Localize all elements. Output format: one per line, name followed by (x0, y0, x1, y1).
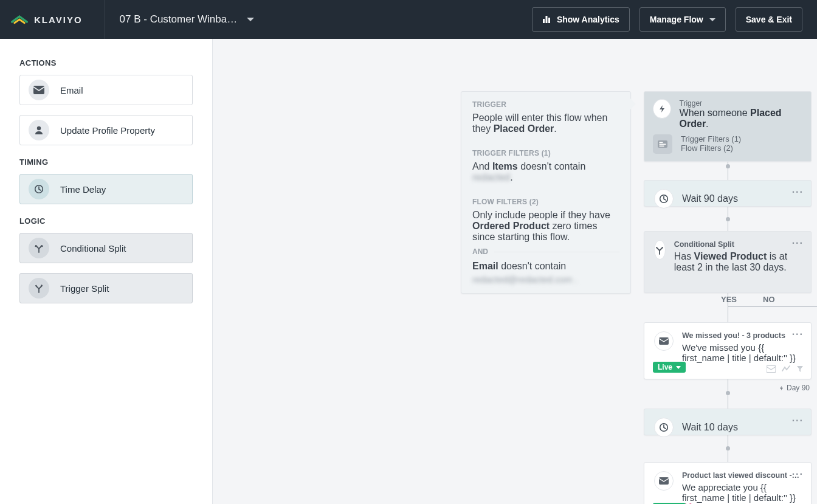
more-menu[interactable]: ··· (792, 415, 804, 426)
trigger-node[interactable]: Trigger When someone Placed Order. Trigg… (644, 91, 812, 162)
trigger-split-icon (29, 278, 49, 299)
svg-rect-15 (659, 477, 669, 485)
section-title-actions: ACTIONS (19, 58, 193, 67)
more-menu[interactable]: ··· (792, 187, 804, 198)
card-mini-icons (767, 365, 804, 373)
email-title: Product last viewed discount - 3 produc… (682, 471, 801, 480)
svg-rect-2 (548, 18, 550, 23)
palette-label: Update Profile Property (60, 125, 155, 136)
klaviyo-logo-icon (11, 13, 28, 26)
filter-icon[interactable] (796, 365, 804, 373)
wait-text: Wait 90 days (682, 193, 738, 204)
and-divider: AND (472, 247, 619, 256)
node-description: Has Viewed Product is at least 2 in the … (674, 251, 801, 273)
email-icon (654, 331, 674, 351)
preview-icon[interactable] (767, 365, 776, 373)
flow-filters-count: Flow Filters (2) (681, 143, 741, 153)
tooltip-tf-body: And Items doesn't contain redacted. (472, 161, 619, 183)
palette-label: Trigger Split (60, 283, 109, 294)
popover-notch (630, 98, 636, 110)
node-title: Conditional Split (674, 240, 801, 249)
palette-label: Time Delay (60, 184, 106, 195)
connector-dot (726, 164, 730, 168)
manage-flow-button[interactable]: Manage Flow (639, 7, 726, 32)
palette-label: Email (60, 85, 83, 95)
svg-point-4 (37, 126, 41, 130)
node-description: When someone Placed Order. (680, 108, 802, 129)
svg-rect-9 (660, 144, 666, 145)
show-analytics-button[interactable]: Show Analytics (532, 7, 630, 32)
filters-icon (653, 134, 672, 154)
analytics-icon[interactable] (782, 365, 790, 373)
split-icon (654, 240, 666, 260)
brand-name: KLAVIYO (34, 15, 83, 25)
email-node-yes-1[interactable]: We missed you! - 3 products We've missed… (644, 322, 812, 379)
chevron-down-icon (709, 18, 715, 21)
trigger-details-popover: TRIGGER People will enter this flow when… (461, 91, 631, 294)
section-title-logic: LOGIC (19, 216, 193, 226)
svg-rect-8 (660, 142, 663, 143)
svg-rect-1 (545, 16, 547, 23)
time-delay-node-90[interactable]: Wait 90 days ··· (644, 180, 812, 207)
email-subject: We appreciate you {{ first_name | title … (682, 482, 801, 504)
svg-rect-0 (543, 19, 545, 23)
email-icon (654, 471, 674, 491)
app-header: KLAVIYO 07 B - Customer Winba… Show Anal… (0, 0, 817, 39)
svg-rect-13 (767, 365, 776, 372)
palette-item-conditional-split[interactable]: Conditional Split (19, 233, 193, 263)
svg-rect-3 (33, 86, 44, 94)
palette-item-time-delay[interactable]: Time Delay (19, 174, 193, 204)
tooltip-ff2-body: Email doesn't contain (472, 261, 619, 272)
user-icon (29, 120, 49, 140)
wait-text: Wait 10 days (682, 422, 738, 433)
flow-canvas[interactable]: YES NO TRIGGER People will enter this fl… (213, 39, 817, 504)
conditional-split-node[interactable]: Conditional Split Has Viewed Product is … (644, 231, 812, 293)
tooltip-trigger-body: People will enter this flow when they Pl… (472, 112, 619, 134)
tooltip-section-title: TRIGGER FILTERS (1) (472, 149, 619, 157)
connector-dot (726, 391, 730, 395)
connector-dot (726, 446, 730, 450)
node-title: Trigger (680, 99, 802, 108)
brand-logo[interactable]: KLAVIYO (11, 13, 83, 26)
chart-bar-icon (542, 15, 551, 24)
connector-dot (726, 217, 730, 221)
more-menu[interactable]: ··· (792, 469, 804, 480)
section-title-timing: TIMING (19, 157, 193, 167)
svg-rect-10 (660, 146, 664, 147)
email-subject: We've missed you {{ first_name | title |… (682, 342, 801, 363)
tooltip-ff-body: Only include people if they have Ordered… (472, 210, 619, 243)
flow-name: 07 B - Customer Winba… (120, 13, 238, 26)
time-delay-node-10[interactable]: Wait 10 days ··· (644, 409, 812, 435)
email-title: We missed you! - 3 products (682, 331, 801, 340)
day-badge: Day 90 (779, 384, 810, 392)
svg-rect-12 (659, 337, 669, 345)
no-label: NO (763, 295, 775, 304)
trigger-filters-count: Trigger Filters (1) (681, 134, 741, 143)
show-analytics-label: Show Analytics (557, 15, 619, 24)
tooltip-section-title: TRIGGER (472, 100, 619, 109)
palette-item-update-profile[interactable]: Update Profile Property (19, 115, 193, 145)
actions-sidebar: ACTIONS Email Update Profile Property TI… (0, 39, 213, 504)
svg-point-6 (41, 285, 42, 286)
save-exit-label: Save & Exit (746, 15, 792, 24)
palette-label: Conditional Split (60, 243, 126, 254)
save-exit-button[interactable]: Save & Exit (736, 7, 802, 32)
more-menu[interactable]: ··· (792, 238, 804, 249)
palette-item-email[interactable]: Email (19, 75, 193, 105)
chevron-down-icon (247, 18, 254, 21)
more-menu[interactable]: ··· (792, 329, 804, 340)
flow-picker[interactable]: 07 B - Customer Winba… (120, 13, 255, 26)
palette-item-trigger-split[interactable]: Trigger Split (19, 273, 193, 303)
manage-flow-label: Manage Flow (650, 15, 703, 24)
clock-icon (654, 418, 674, 437)
yes-label: YES (721, 295, 737, 304)
tooltip-ff2-blur: redacted@redacted.com . (472, 274, 619, 285)
split-icon (29, 238, 49, 258)
email-icon (29, 80, 49, 100)
tooltip-section-title: FLOW FILTERS (2) (472, 198, 619, 206)
bolt-icon (653, 99, 671, 119)
clock-icon (29, 179, 49, 199)
connector (728, 306, 817, 307)
status-live[interactable]: Live (653, 362, 686, 373)
email-node-yes-2[interactable]: Product last viewed discount - 3 produc…… (644, 462, 812, 504)
